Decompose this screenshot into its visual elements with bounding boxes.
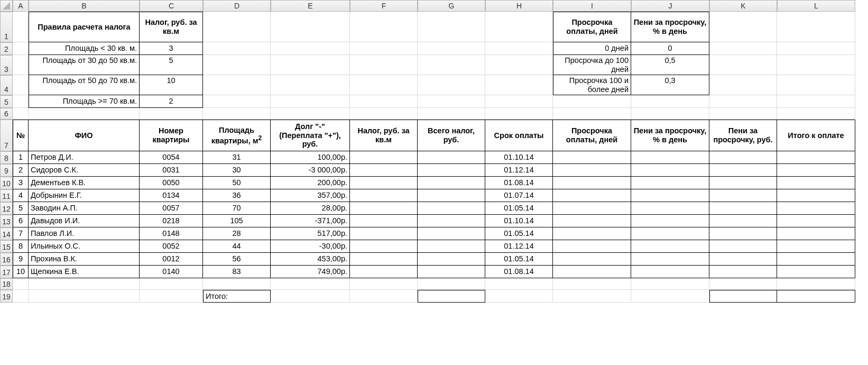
cell-J17[interactable] [631, 266, 709, 278]
cell-D2[interactable] [203, 42, 271, 55]
cell-G11[interactable] [418, 189, 485, 202]
cell-E18[interactable] [271, 278, 350, 290]
cell-L3[interactable] [777, 55, 855, 75]
cell-I7[interactable]: Просрочка оплаты, дней [553, 120, 631, 151]
cell-E12[interactable]: 28,00р. [271, 202, 350, 215]
cell-C9[interactable]: 0031 [140, 164, 203, 177]
cell-G14[interactable] [418, 227, 485, 240]
cell-F18[interactable] [350, 278, 418, 290]
cell-C3[interactable]: 5 [140, 55, 203, 75]
cell-A10[interactable]: 3 [13, 177, 29, 189]
cell-B12[interactable]: Заводин А.П. [29, 202, 140, 215]
cell-D13[interactable]: 105 [203, 215, 271, 227]
cell-E9[interactable]: -3 000,00р. [271, 164, 350, 177]
cell-G7[interactable]: Всего налог, руб. [418, 120, 485, 151]
cell-J2[interactable]: 0 [631, 42, 709, 55]
row-header-13[interactable]: 13 [0, 215, 13, 227]
cell-F14[interactable] [350, 227, 418, 240]
cell-E2[interactable] [271, 42, 350, 55]
cell-D16[interactable]: 56 [203, 253, 271, 266]
cell-A5[interactable] [13, 95, 29, 108]
cell-E14[interactable]: 517,00р. [271, 227, 350, 240]
cell-F5[interactable] [350, 95, 418, 108]
cell-I15[interactable] [553, 240, 631, 253]
col-header-J[interactable]: J [631, 0, 709, 12]
cell-D5[interactable] [203, 95, 271, 108]
cell-E5[interactable] [271, 95, 350, 108]
cell-L10[interactable] [777, 177, 855, 189]
cell-F2[interactable] [350, 42, 418, 55]
cell-F15[interactable] [350, 240, 418, 253]
cell-K17[interactable] [709, 266, 777, 278]
row-header-6[interactable]: 6 [0, 108, 13, 120]
cell-K18[interactable] [709, 278, 777, 290]
cell-K7[interactable]: Пени за просрочку, руб. [709, 120, 777, 151]
col-header-K[interactable]: K [709, 0, 777, 12]
row-header-15[interactable]: 15 [0, 240, 13, 253]
cell-D8[interactable]: 31 [203, 151, 271, 164]
cell-F6[interactable] [350, 108, 418, 120]
cell-F4[interactable] [350, 75, 418, 95]
cell-A7[interactable]: № [13, 120, 29, 151]
cell-F19[interactable] [350, 290, 418, 303]
cell-B18[interactable] [29, 278, 140, 290]
cell-H19[interactable] [485, 290, 553, 303]
cell-C12[interactable]: 0057 [140, 202, 203, 215]
cell-J1[interactable]: Пени за просрочку, % в день [631, 12, 709, 42]
cell-C10[interactable]: 0050 [140, 177, 203, 189]
cell-I8[interactable] [553, 151, 631, 164]
col-header-B[interactable]: B [29, 0, 140, 12]
cell-F12[interactable] [350, 202, 418, 215]
cell-A4[interactable] [13, 75, 29, 95]
cell-I3[interactable]: Просрочка до 100 дней [553, 55, 631, 75]
cell-B19[interactable] [29, 290, 140, 303]
cell-A19[interactable] [13, 290, 29, 303]
cell-I9[interactable] [553, 164, 631, 177]
cell-H5[interactable] [485, 95, 553, 108]
cell-F11[interactable] [350, 189, 418, 202]
cell-B4[interactable]: Площадь от 50 до 70 кв.м. [29, 75, 140, 95]
cell-D15[interactable]: 44 [203, 240, 271, 253]
cell-K11[interactable] [709, 189, 777, 202]
cell-L13[interactable] [777, 215, 855, 227]
cell-H3[interactable] [485, 55, 553, 75]
cell-D11[interactable]: 36 [203, 189, 271, 202]
col-header-I[interactable]: I [553, 0, 631, 12]
cell-H11[interactable]: 01.07.14 [485, 189, 553, 202]
cell-D18[interactable] [203, 278, 271, 290]
cell-B3[interactable]: Площадь от 30 до 50 кв.м. [29, 55, 140, 75]
cell-L11[interactable] [777, 189, 855, 202]
cell-A14[interactable]: 7 [13, 227, 29, 240]
cell-J4[interactable]: 0,3 [631, 75, 709, 95]
cell-K10[interactable] [709, 177, 777, 189]
cell-E1[interactable] [271, 12, 350, 42]
cell-A17[interactable]: 10 [13, 266, 29, 278]
row-header-12[interactable]: 12 [0, 202, 13, 215]
cell-D1[interactable] [203, 12, 271, 42]
cell-D4[interactable] [203, 75, 271, 95]
cell-C8[interactable]: 0054 [140, 151, 203, 164]
cell-I1[interactable]: Просрочка оплаты, дней [553, 12, 631, 42]
cell-K4[interactable] [709, 75, 777, 95]
cell-K9[interactable] [709, 164, 777, 177]
cell-D14[interactable]: 28 [203, 227, 271, 240]
cell-K5[interactable] [709, 95, 777, 108]
cell-J11[interactable] [631, 189, 709, 202]
cell-J10[interactable] [631, 177, 709, 189]
row-header-2[interactable]: 2 [0, 42, 13, 55]
row-header-8[interactable]: 8 [0, 151, 13, 164]
col-header-A[interactable]: A [13, 0, 29, 12]
cell-L2[interactable] [777, 42, 855, 55]
cell-G8[interactable] [418, 151, 485, 164]
cell-B8[interactable]: Петров Д.И. [29, 151, 140, 164]
cell-C16[interactable]: 0012 [140, 253, 203, 266]
cell-I4[interactable]: Просрочка 100 и более дней [553, 75, 631, 95]
cell-D10[interactable]: 50 [203, 177, 271, 189]
cell-E8[interactable]: 100,00р. [271, 151, 350, 164]
cell-J9[interactable] [631, 164, 709, 177]
cell-F1[interactable] [350, 12, 418, 42]
cell-H8[interactable]: 01.10.14 [485, 151, 553, 164]
cell-A18[interactable] [13, 278, 29, 290]
cell-L1[interactable] [777, 12, 855, 42]
cell-I11[interactable] [553, 189, 631, 202]
